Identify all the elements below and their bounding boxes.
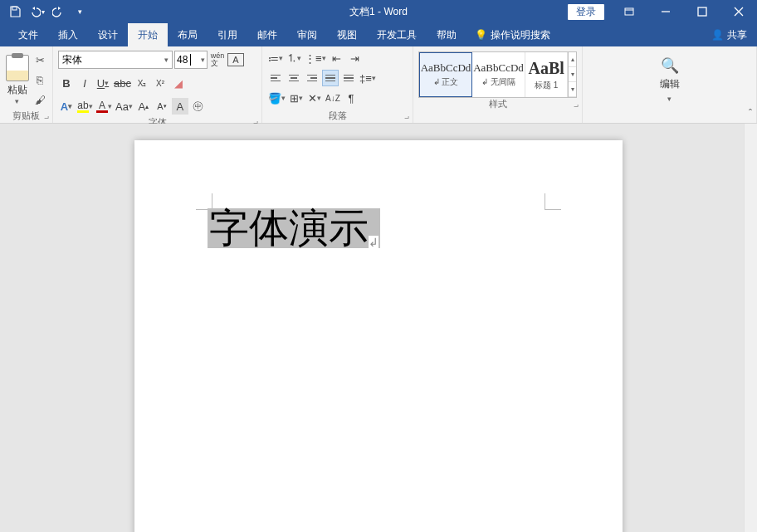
maximize-icon[interactable] — [684, 0, 720, 23]
char-shading-icon[interactable]: A — [172, 98, 188, 115]
quick-access-toolbar: ▾ ▾ — [0, 2, 90, 22]
tab-home[interactable]: 开始 — [128, 23, 168, 46]
change-case-button[interactable]: Aa▾ — [115, 98, 134, 115]
styles-scroll[interactable]: ▴▾▾ — [568, 52, 576, 97]
share-button[interactable]: 👤 共享 — [711, 28, 747, 42]
align-right-button[interactable] — [304, 70, 320, 86]
font-name-combo[interactable]: 宋体▾ — [58, 51, 173, 69]
tab-design[interactable]: 设计 — [88, 23, 128, 46]
qat-more-icon[interactable]: ▾ — [70, 2, 90, 22]
char-border-icon[interactable]: A — [227, 53, 244, 66]
numbering-button[interactable]: ⒈▾ — [286, 50, 302, 66]
redo-icon[interactable] — [48, 2, 68, 22]
share-icon: 👤 — [711, 29, 724, 41]
align-center-button[interactable] — [286, 70, 302, 86]
bold-button[interactable]: B — [58, 75, 75, 91]
style-normal[interactable]: AaBbCcDd ↲ 正文 — [419, 52, 472, 97]
tab-layout[interactable]: 布局 — [168, 23, 208, 46]
distributed-button[interactable] — [340, 70, 357, 86]
cut-icon[interactable]: ✂ — [32, 52, 47, 67]
sort-button[interactable]: A↓Z — [325, 90, 341, 106]
ribbon-tabs: 文件 插入 设计 开始 布局 引用 邮件 审阅 视图 开发工具 帮助 💡 操作说… — [0, 23, 757, 46]
tab-view[interactable]: 视图 — [327, 23, 367, 46]
ribbon: 粘贴 ▾ ✂ ⎘ 🖌 剪贴板 宋体▾ 48▾ wén文 A — [0, 46, 757, 124]
group-styles-title: 样式 — [418, 98, 577, 111]
shading-button[interactable]: 🪣▾ — [267, 90, 286, 106]
style-no-spacing[interactable]: AaBbCcDd ↲ 无间隔 — [472, 52, 525, 97]
text-effects-button[interactable]: A▾ — [58, 98, 75, 115]
svg-rect-2 — [698, 7, 706, 16]
ribbon-display-icon[interactable] — [611, 0, 647, 23]
align-left-button[interactable] — [267, 70, 284, 86]
group-clipboard: 粘贴 ▾ ✂ ⎘ 🖌 剪贴板 — [0, 46, 53, 123]
superscript-button[interactable]: X² — [152, 75, 168, 91]
paste-button[interactable]: 粘贴 ▾ — [5, 55, 29, 105]
styles-gallery[interactable]: AaBbCcDd ↲ 正文 AaBbCcDd ↲ 无间隔 AaBl 标题 1 ▴… — [418, 51, 577, 98]
tab-review[interactable]: 审阅 — [287, 23, 327, 46]
selected-text[interactable]: 字体演示↲ — [208, 208, 380, 248]
group-styles: AaBbCcDd ↲ 正文 AaBbCcDd ↲ 无间隔 AaBl 标题 1 ▴… — [413, 46, 583, 123]
grow-font-button[interactable]: A▴ — [135, 98, 152, 115]
text-cursor — [190, 54, 191, 66]
title-bar: ▾ ▾ 文档1 - Word 登录 — [0, 0, 757, 23]
borders-button[interactable]: ⊞▾ — [288, 90, 305, 106]
svg-rect-1 — [625, 8, 633, 15]
editing-label[interactable]: 编辑 — [660, 77, 680, 91]
justify-button[interactable] — [322, 70, 339, 86]
decrease-indent-button[interactable]: ⇤ — [329, 50, 345, 66]
group-paragraph-title: 段落 — [267, 110, 408, 123]
minimize-icon[interactable] — [647, 0, 684, 23]
tab-mailings[interactable]: 邮件 — [247, 23, 287, 46]
find-icon[interactable]: 🔍 — [660, 57, 680, 74]
font-size-combo[interactable]: 48▾ — [174, 51, 208, 69]
bullets-button[interactable]: ≔▾ — [267, 50, 284, 66]
format-painter-icon[interactable]: 🖌 — [32, 92, 47, 107]
tab-references[interactable]: 引用 — [208, 23, 247, 46]
show-marks-button[interactable]: ¶ — [343, 90, 359, 106]
close-icon[interactable] — [720, 0, 757, 23]
tab-help[interactable]: 帮助 — [427, 23, 466, 46]
increase-indent-button[interactable]: ⇥ — [347, 50, 364, 66]
strike-button[interactable]: abc — [113, 75, 132, 91]
paste-icon — [6, 55, 29, 81]
tell-me-label: 操作说明搜索 — [491, 28, 550, 42]
style-heading1[interactable]: AaBl 标题 1 — [525, 52, 568, 97]
page[interactable]: 字体演示↲ — [134, 140, 623, 532]
enclose-char-icon[interactable]: ㊥ — [190, 98, 207, 115]
undo-icon[interactable]: ▾ — [27, 2, 46, 22]
group-clipboard-title: 剪贴板 — [5, 110, 47, 123]
shrink-font-button[interactable]: A▾ — [154, 98, 170, 115]
tab-file[interactable]: 文件 — [8, 23, 48, 46]
copy-icon[interactable]: ⎘ — [32, 72, 47, 87]
lightbulb-icon: 💡 — [475, 29, 487, 41]
save-icon[interactable] — [5, 2, 25, 22]
collapse-ribbon-icon[interactable]: ˆ — [749, 108, 752, 120]
text-direction-button[interactable]: ✕▾ — [306, 90, 323, 106]
clear-format-icon[interactable]: ◢ — [170, 75, 187, 91]
phonetic-guide-icon[interactable]: wén文 — [209, 51, 226, 68]
paragraph-mark-icon: ↲ — [369, 236, 378, 249]
tab-insert[interactable]: 插入 — [48, 23, 88, 46]
document-title: 文档1 - Word — [349, 5, 408, 19]
tell-me[interactable]: 💡 操作说明搜索 — [475, 28, 550, 42]
group-paragraph: ≔▾ ⒈▾ ⋮≡▾ ⇤ ⇥ ‡≡▾ 🪣▾ ⊞▾ ✕▾ A↓Z ¶ — [262, 46, 413, 123]
vertical-scrollbar[interactable] — [744, 124, 757, 532]
line-spacing-button[interactable]: ‡≡▾ — [359, 70, 377, 86]
multilevel-button[interactable]: ⋮≡▾ — [304, 50, 327, 66]
underline-button[interactable]: U▾ — [95, 75, 111, 91]
margin-corner-tr — [545, 193, 561, 210]
svg-rect-0 — [12, 7, 17, 10]
tab-developer[interactable]: 开发工具 — [367, 23, 427, 46]
login-button[interactable]: 登录 — [568, 4, 604, 20]
editing-dropdown-icon[interactable]: ▾ — [667, 95, 672, 103]
group-editing: 🔍 编辑 ▾ . — [583, 46, 757, 123]
document-area[interactable]: 字体演示↲ — [0, 124, 757, 532]
highlight-button[interactable]: ab▾ — [76, 98, 94, 115]
font-color-button[interactable]: A▾ — [95, 98, 113, 115]
italic-button[interactable]: I — [76, 75, 93, 91]
group-font: 宋体▾ 48▾ wén文 A B I U▾ abc X₂ X² ◢ A▾ ab▾ — [53, 46, 262, 123]
subscript-button[interactable]: X₂ — [134, 75, 150, 91]
